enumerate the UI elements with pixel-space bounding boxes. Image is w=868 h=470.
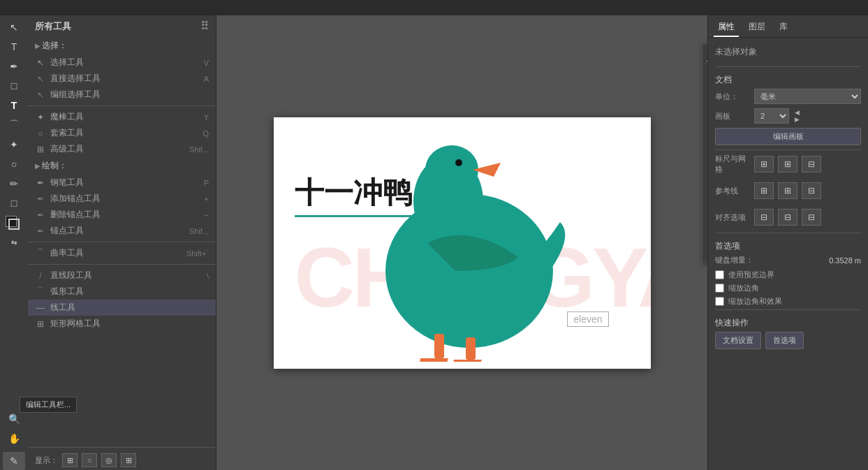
edit-artboard-btn[interactable]: 编辑画板 [715,128,861,145]
grid-icon-btn[interactable]: ⊞ [778,156,797,172]
tab-properties[interactable]: 属性 [714,18,739,37]
artboard-row: 画板 2 ◀ ▶ [715,108,861,124]
add-anchor-name: 添加锚点工具 [50,193,205,205]
tool-arc[interactable]: ⌒ [3,116,25,134]
tool-row-lasso[interactable]: ○ 套索工具 Q [28,125,216,141]
section-select[interactable]: ▶ 选择： [28,37,216,54]
tool-hand[interactable]: ✋ [3,429,25,448]
direct-select-name: 直接选择工具 [50,73,204,85]
section-draw[interactable]: ▶ 绘制： [28,157,216,175]
duck-scene: 十一冲鸭 CHONGYA [274,117,651,369]
unit-select[interactable]: 毫米 [754,89,861,104]
guide-del-icon[interactable]: ⊟ [802,182,821,199]
display-btn-2[interactable]: ○ [82,453,97,467]
artboard-select[interactable]: 2 [754,108,789,124]
tab-char[interactable]: 字符 [707,46,707,61]
edit-artboard-row: 编辑画板 [715,128,861,145]
tool-row-magic-wand[interactable]: ✦ 魔棒工具 Y [28,109,216,125]
del-anchor-icon: ✒ [35,210,46,221]
direct-select-icon: ↖ [35,73,46,85]
scale-corners-check[interactable] [715,284,724,293]
tool-text[interactable]: T [3,38,25,56]
char-panel-tabs: 字符 段落 OpenType [707,46,707,61]
align-label: 对齐选项 [715,212,750,223]
guides-icon-btn[interactable]: ⊟ [802,156,821,172]
section-label-select: 选择： [42,40,67,52]
align-icon-3[interactable]: ⊟ [802,209,821,226]
tools-panel-title: 所有工具 [35,20,71,33]
tool-row-line[interactable]: / 直线段工具 \ [28,267,216,284]
tool-select[interactable]: ↖ [3,18,25,36]
svg-marker-6 [419,358,448,362]
scale-effects-label: 缩放边角和效果 [728,296,782,307]
rulers-grid-row: 标尺与网格 ⊞ ⊞ ⊟ [715,153,861,175]
tool-row-pen[interactable]: ✒ 钢笔工具 P [28,175,216,191]
preferences-btn[interactable]: 首选项 [765,332,804,349]
add-anchor-shortcut: + [205,195,209,203]
tool-pen[interactable]: ✒ [3,57,25,75]
tool-row-curvature[interactable]: ⌒ 曲率工具 Shift+` [28,245,216,261]
tool-row-group-select[interactable]: ↖ 编组选择工具 [28,87,216,103]
quick-actions-btns: 文档设置 首选项 [715,332,861,349]
keyboard-increment-label: 键盘增量： [715,255,825,265]
tool-rect[interactable]: □ [3,194,25,212]
tool-row-anchor-pt[interactable]: ✒ 锚点工具 Shif... [28,223,216,239]
spiral-name: 线工具 [50,302,209,314]
svg-rect-7 [466,337,476,360]
keyboard-increment-value: 0.3528 m [829,256,861,265]
scale-effects-check[interactable] [715,297,724,306]
tab-libraries[interactable]: 库 [775,18,792,37]
artboard-next[interactable]: ▶ [795,116,800,123]
display-btn-4[interactable]: ⊞ [121,453,136,467]
tool-row-advanced[interactable]: ⊞ 高级工具 Shif... [28,141,216,157]
advanced-shortcut: Shif... [189,145,209,154]
char-panel-body: T 修饰文字工具 O 萃方-简 ▼ Light ▼ [703,64,707,262]
arc-icon: ⌒ [35,286,46,298]
preview-bounds-row: 使用预览边界 [715,270,861,280]
guide-add-icon[interactable]: ⊞ [754,182,774,199]
artboard-prev[interactable]: ◀ [795,109,800,116]
ruler-icon-btn[interactable]: ⊞ [754,156,774,172]
keyboard-increment-row: 键盘增量： 0.3528 m [715,255,861,265]
direct-select-shortcut: A [204,75,209,83]
tool-row-arc[interactable]: ⌒ 弧形工具 [28,284,216,300]
display-btn-3[interactable]: ◎ [101,453,117,467]
pen-shortcut: P [204,179,209,187]
tool-brush[interactable]: ✏ [3,175,25,193]
align-icon-2[interactable]: ⊟ [778,209,797,226]
preview-bounds-check[interactable] [715,270,724,279]
tool-fill-color[interactable] [3,214,25,232]
align-icons: ⊟ ⊟ ⊟ [754,206,821,228]
select-tool-icon: ↖ [35,57,46,68]
tool-swap[interactable]: ⇆ [3,233,25,251]
tool-type2[interactable]: T [3,96,25,115]
char-panel: 字符 段落 OpenType ≡ ✕ T 修饰文字工具 O [702,43,707,263]
display-btn-1[interactable]: ⊞ [62,453,78,467]
lasso-icon: ○ [35,128,46,139]
guide-lock-icon[interactable]: ⊞ [778,182,797,199]
tool-row-spiral[interactable]: — 线工具 [28,300,216,316]
group-select-name: 编组选择工具 [50,89,209,101]
tool-row-del-anchor[interactable]: ✒ 删除锚点工具 − [28,207,216,223]
spiral-icon: — [35,302,46,314]
anchor-pt-shortcut: Shif... [189,227,209,235]
rect-grid-name: 矩形网格工具 [50,318,209,330]
tool-lasso[interactable]: ○ [3,155,25,173]
tool-row-direct-select[interactable]: ↖ 直接选择工具 A [28,71,216,87]
lasso-name: 套索工具 [50,127,203,139]
collapse-arrow-select: ▶ [35,42,41,50]
tool-row-rect-grid[interactable]: ⊞ 矩形网格工具 [28,316,216,332]
tool-magic[interactable]: ✦ [3,135,25,154]
select-tool-shortcut: V [204,59,209,67]
tool-row-select[interactable]: ↖ 选择工具 V [28,54,216,71]
drag-handle[interactable]: ⠿ [200,20,209,33]
scale-corners-label: 缩放边角 [728,283,759,293]
doc-settings-btn[interactable]: 文档设置 [715,332,761,349]
tab-layers[interactable]: 图层 [744,18,770,37]
tool-shape[interactable]: □ [3,77,25,95]
tool-row-add-anchor[interactable]: ✒ 添加锚点工具 + [28,191,216,207]
align-icon-1[interactable]: ⊟ [754,209,774,226]
advanced-name: 高级工具 [50,143,189,155]
magic-wand-name: 魔棒工具 [50,111,204,123]
tool-edit-toolbar[interactable]: ✎ [3,452,25,470]
